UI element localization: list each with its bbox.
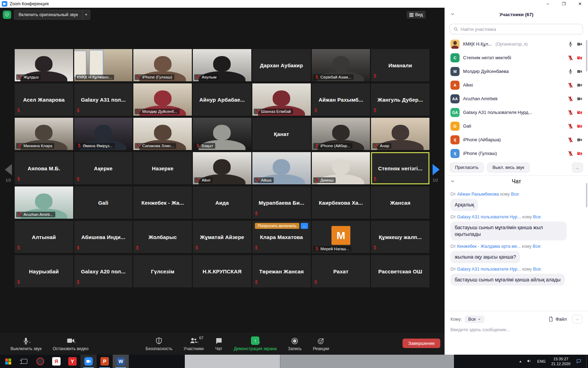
- video-tile[interactable]: Жангуль Дубер...: [371, 83, 429, 116]
- tray-expand-icon[interactable]: ▲: [517, 360, 524, 363]
- video-tile[interactable]: Alkei: [193, 152, 251, 184]
- video-tile[interactable]: Серікбай Азам...: [312, 49, 370, 81]
- video-tile[interactable]: Абишева Инди...: [74, 221, 133, 253]
- video-tile[interactable]: Galaxy A20 пол...: [74, 255, 133, 287]
- video-tile[interactable]: Алтынай: [15, 221, 73, 253]
- invite-button[interactable]: Пригласить: [450, 163, 484, 172]
- video-tile[interactable]: Кенжебек - Жа...: [133, 186, 192, 219]
- participant-row[interactable]: I(iPhone (Айбарша): [445, 133, 588, 146]
- next-page-arrow[interactable]: [433, 164, 440, 175]
- video-tile[interactable]: Рахат: [312, 255, 370, 287]
- video-tile[interactable]: Назерке: [133, 152, 192, 184]
- notification-center-icon[interactable]: [573, 359, 584, 364]
- chevron-down-icon[interactable]: [450, 11, 455, 18]
- chevron-up-icon[interactable]: ^: [29, 341, 31, 345]
- chevron-up-icon[interactable]: ^: [74, 341, 76, 345]
- volume-icon[interactable]: [524, 359, 534, 364]
- taskbar-circle-app-icon[interactable]: [32, 355, 48, 368]
- video-tile[interactable]: КМҚК Н.Құлжано...: [74, 49, 133, 81]
- chevron-down-icon[interactable]: ▼: [82, 10, 90, 19]
- end-meeting-button[interactable]: Завершение: [402, 339, 440, 348]
- recipient-select[interactable]: Все: [465, 315, 485, 323]
- chevron-up-icon[interactable]: ^: [258, 341, 260, 345]
- video-tile[interactable]: Сапакова Злин...: [133, 118, 192, 150]
- video-tile[interactable]: Шахназ Егімбай: [252, 83, 311, 116]
- video-tile[interactable]: Асел Жапарова: [15, 83, 73, 116]
- open-window-button[interactable]: [185, 355, 280, 368]
- taskbar-yandex-y-icon[interactable]: Y: [64, 355, 80, 368]
- video-tile[interactable]: Galaxy A31 пол...: [74, 83, 133, 116]
- toolbar-people-button[interactable]: 67^Участники: [178, 333, 209, 355]
- video-tile[interactable]: Бақыт: [193, 118, 251, 150]
- video-tile[interactable]: Молдир Дуйсенб...: [133, 83, 192, 116]
- original-sound-button[interactable]: Включить оригинальный звук ▼: [14, 10, 90, 20]
- toolbar-chat-button[interactable]: Чат: [209, 333, 228, 355]
- video-tile[interactable]: Наурызбай: [15, 255, 73, 287]
- video-tile[interactable]: Төрежан Жансая: [252, 255, 311, 287]
- clock[interactable]: 15:35:27 21.12.2020: [548, 356, 573, 367]
- video-tile[interactable]: Иманали: [371, 49, 429, 81]
- taskbar-word-icon[interactable]: W: [113, 355, 129, 368]
- video-tile[interactable]: iPhone (Гулхаш): [133, 49, 192, 81]
- view-button[interactable]: Вид: [407, 11, 426, 19]
- toolbar-reactions-button[interactable]: Реакции: [307, 333, 335, 355]
- close-button[interactable]: ✕: [572, 0, 588, 8]
- search-participant-input[interactable]: Найти участника: [450, 24, 583, 34]
- video-tile[interactable]: Н.К.КРУПСКАЯ: [193, 255, 251, 287]
- video-tile[interactable]: Ақерке: [74, 152, 133, 184]
- video-tile[interactable]: Жансая: [371, 186, 429, 219]
- minimize-button[interactable]: –: [540, 0, 556, 8]
- video-tile[interactable]: Дархан Аубакир: [252, 49, 311, 81]
- message-input[interactable]: Введите здесь сообщение...: [445, 323, 588, 336]
- video-tile[interactable]: Айжан Рахымб...: [312, 83, 370, 116]
- participant-row[interactable]: AAlkei: [445, 78, 588, 92]
- video-tile[interactable]: MМерей Нагаш...: [312, 221, 370, 253]
- video-tile[interactable]: iPhone (Айбар...: [312, 118, 370, 150]
- video-tile[interactable]: Айша: [252, 152, 311, 184]
- video-tile[interactable]: Жұлдыз: [15, 49, 73, 81]
- video-tile[interactable]: Айнур Арбабае...: [193, 83, 251, 116]
- video-tile[interactable]: Gali: [74, 186, 133, 219]
- ask-more-button[interactable]: ...: [301, 223, 308, 229]
- ask-unmute-button[interactable]: Попросить включить: [255, 223, 299, 229]
- mute-all-button[interactable]: Выкл. весь звук: [487, 163, 530, 172]
- participant-row[interactable]: AAAruzhan Amirbek: [445, 92, 588, 105]
- video-tile[interactable]: Аяпова М.Б.: [15, 152, 73, 184]
- video-tile[interactable]: Қанат: [252, 118, 311, 150]
- open-window-button[interactable]: [280, 355, 454, 368]
- toolbar-record-button[interactable]: Запись: [282, 333, 307, 355]
- video-tile[interactable]: Аида: [193, 186, 251, 219]
- taskbar-powerpoint-icon[interactable]: P: [97, 355, 113, 368]
- video-tile[interactable]: Аяулым: [193, 49, 251, 81]
- participant-row[interactable]: КМҚК Н.Құл...(Организатор, я): [445, 37, 588, 51]
- video-tile[interactable]: Әмина Өмірұз...: [74, 118, 133, 150]
- toolbar-share-button[interactable]: ↑^Демонстрация экрана: [228, 333, 282, 355]
- video-tile[interactable]: Рассветская ОШ: [371, 255, 429, 287]
- participant-row[interactable]: MМолдир Дуйсенбаева: [445, 64, 588, 78]
- toolbar-camera-button[interactable]: ^Остановить видео: [47, 333, 94, 355]
- participant-row[interactable]: CСтепняк негізгі мектебі: [445, 51, 588, 64]
- video-tile[interactable]: Гүлсезім: [133, 255, 192, 287]
- participant-row[interactable]: I(iPhone (Гулхаш): [445, 146, 588, 160]
- video-tile[interactable]: Жолбарыс: [133, 221, 192, 253]
- video-tile[interactable]: Клара МахатоваПопросить включить...: [252, 221, 311, 253]
- chevron-down-icon[interactable]: [450, 178, 455, 185]
- toolbar-mic-button[interactable]: ^Выключить звук: [5, 333, 47, 355]
- video-tile[interactable]: Димаш: [312, 152, 370, 184]
- compose-more-button[interactable]: ...: [572, 315, 582, 323]
- taskbar-start-icon[interactable]: [0, 355, 16, 368]
- video-tile[interactable]: Минкина Клара: [15, 118, 73, 150]
- video-tile[interactable]: Мұрапбаева Би...: [252, 186, 311, 219]
- taskbar-zoom-icon[interactable]: [80, 355, 97, 368]
- participants-scrollbar[interactable]: [586, 40, 587, 71]
- chevron-up-icon[interactable]: ^: [197, 341, 199, 345]
- video-tile[interactable]: Құмкешу жалп...: [371, 221, 429, 253]
- show-desktop-button[interactable]: [586, 355, 588, 368]
- participants-more-button[interactable]: ...: [572, 163, 583, 172]
- participant-row[interactable]: GAGalaxy A31 пользователя Нурд...: [445, 105, 588, 119]
- video-tile[interactable]: Жұматай Айзере: [193, 221, 251, 253]
- video-tile[interactable]: Степняк негізгі...: [371, 152, 429, 184]
- file-button[interactable]: Файл: [548, 316, 567, 322]
- video-tile[interactable]: Каирбекова Ха...: [312, 186, 370, 219]
- video-tile[interactable]: Aruzhan Amirb...: [15, 186, 73, 219]
